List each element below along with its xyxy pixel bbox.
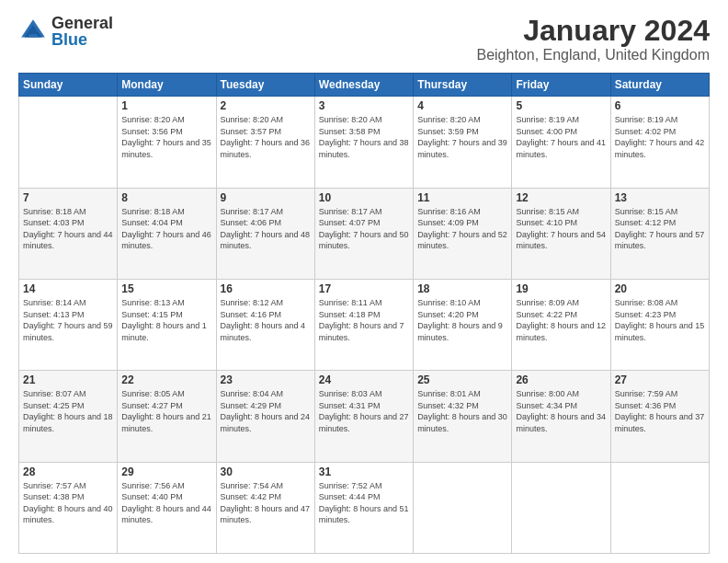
day-number: 7 — [23, 191, 113, 204]
day-info: Sunrise: 8:05 AMSunset: 4:27 PMDaylight:… — [121, 388, 211, 434]
table-row: 9Sunrise: 8:17 AMSunset: 4:06 PMDaylight… — [216, 188, 314, 279]
day-info: Sunrise: 8:19 AMSunset: 4:02 PMDaylight:… — [615, 114, 705, 160]
sunrise-text: Sunrise: 8:18 AM — [121, 206, 211, 218]
sunrise-text: Sunrise: 7:59 AM — [615, 388, 705, 400]
day-number: 2 — [221, 99, 311, 112]
sunset-text: Sunset: 4:00 PM — [516, 126, 606, 138]
day-info: Sunrise: 8:04 AMSunset: 4:29 PMDaylight:… — [221, 388, 311, 434]
day-number: 25 — [417, 373, 507, 386]
day-number: 21 — [23, 373, 113, 386]
table-row: 24Sunrise: 8:03 AMSunset: 4:31 PMDayligh… — [314, 371, 413, 462]
daylight-text: Daylight: 8 hours and 27 minutes. — [319, 411, 409, 434]
sunset-text: Sunset: 4:29 PM — [221, 400, 311, 412]
table-row: 17Sunrise: 8:11 AMSunset: 4:18 PMDayligh… — [314, 279, 413, 370]
day-number: 27 — [615, 373, 705, 386]
table-row — [512, 462, 610, 553]
table-row: 8Sunrise: 8:18 AMSunset: 4:04 PMDaylight… — [118, 188, 216, 279]
header-saturday: Saturday — [610, 74, 709, 97]
sunset-text: Sunset: 3:56 PM — [121, 126, 211, 138]
table-row — [610, 462, 709, 553]
sunset-text: Sunset: 4:06 PM — [221, 217, 311, 229]
table-row: 25Sunrise: 8:01 AMSunset: 4:32 PMDayligh… — [414, 371, 512, 462]
table-row: 14Sunrise: 8:14 AMSunset: 4:13 PMDayligh… — [19, 279, 118, 370]
table-row: 3Sunrise: 8:20 AMSunset: 3:58 PMDaylight… — [314, 97, 413, 188]
day-number: 11 — [417, 191, 507, 204]
day-info: Sunrise: 8:18 AMSunset: 4:03 PMDaylight:… — [23, 206, 113, 252]
day-info: Sunrise: 8:13 AMSunset: 4:15 PMDaylight:… — [121, 297, 211, 343]
table-row: 11Sunrise: 8:16 AMSunset: 4:09 PMDayligh… — [414, 188, 512, 279]
daylight-text: Daylight: 7 hours and 42 minutes. — [615, 137, 705, 160]
day-number: 28 — [23, 465, 113, 478]
daylight-text: Daylight: 8 hours and 44 minutes. — [121, 503, 211, 526]
sunset-text: Sunset: 4:18 PM — [319, 309, 409, 321]
daylight-text: Daylight: 8 hours and 34 minutes. — [516, 411, 606, 434]
page: General Blue January 2024 Beighton, Engl… — [0, 0, 728, 563]
daylight-text: Daylight: 7 hours and 50 minutes. — [319, 229, 409, 252]
sunrise-text: Sunrise: 8:20 AM — [221, 114, 311, 126]
day-info: Sunrise: 7:59 AMSunset: 4:36 PMDaylight:… — [615, 388, 705, 434]
day-info: Sunrise: 8:14 AMSunset: 4:13 PMDaylight:… — [23, 297, 113, 343]
day-number: 4 — [417, 99, 507, 112]
header: General Blue January 2024 Beighton, Engl… — [18, 15, 710, 63]
sunset-text: Sunset: 4:13 PM — [23, 309, 113, 321]
calendar-table: Sunday Monday Tuesday Wednesday Thursday… — [18, 73, 710, 554]
day-number: 9 — [221, 191, 311, 204]
table-row: 23Sunrise: 8:04 AMSunset: 4:29 PMDayligh… — [216, 371, 314, 462]
sunset-text: Sunset: 4:04 PM — [121, 217, 211, 229]
calendar-week-row: 7Sunrise: 8:18 AMSunset: 4:03 PMDaylight… — [19, 188, 710, 279]
header-sunday: Sunday — [19, 74, 118, 97]
day-number: 17 — [319, 282, 409, 295]
day-info: Sunrise: 8:18 AMSunset: 4:04 PMDaylight:… — [121, 206, 211, 252]
table-row: 19Sunrise: 8:09 AMSunset: 4:22 PMDayligh… — [512, 279, 610, 370]
day-number: 5 — [516, 99, 606, 112]
daylight-text: Daylight: 8 hours and 7 minutes. — [319, 320, 409, 343]
table-row: 4Sunrise: 8:20 AMSunset: 3:59 PMDaylight… — [414, 97, 512, 188]
day-number: 31 — [319, 465, 409, 478]
sunrise-text: Sunrise: 8:05 AM — [121, 388, 211, 400]
sunset-text: Sunset: 4:10 PM — [516, 217, 606, 229]
daylight-text: Daylight: 8 hours and 9 minutes. — [417, 320, 507, 343]
table-row: 22Sunrise: 8:05 AMSunset: 4:27 PMDayligh… — [118, 371, 216, 462]
day-number: 24 — [319, 373, 409, 386]
table-row: 12Sunrise: 8:15 AMSunset: 4:10 PMDayligh… — [512, 188, 610, 279]
daylight-text: Daylight: 7 hours and 41 minutes. — [516, 137, 606, 160]
daylight-text: Daylight: 8 hours and 24 minutes. — [221, 411, 311, 434]
day-number: 23 — [221, 373, 311, 386]
sunrise-text: Sunrise: 8:19 AM — [615, 114, 705, 126]
daylight-text: Daylight: 7 hours and 54 minutes. — [516, 229, 606, 252]
sunrise-text: Sunrise: 8:13 AM — [121, 297, 211, 309]
sunset-text: Sunset: 4:42 PM — [221, 491, 311, 503]
sunrise-text: Sunrise: 8:00 AM — [516, 388, 606, 400]
weekday-header-row: Sunday Monday Tuesday Wednesday Thursday… — [19, 74, 710, 97]
sunrise-text: Sunrise: 8:01 AM — [417, 388, 507, 400]
sunset-text: Sunset: 4:20 PM — [417, 309, 507, 321]
table-row — [414, 462, 512, 553]
day-info: Sunrise: 8:11 AMSunset: 4:18 PMDaylight:… — [319, 297, 409, 343]
sunset-text: Sunset: 4:40 PM — [121, 491, 211, 503]
day-number: 13 — [615, 191, 705, 204]
calendar-week-row: 21Sunrise: 8:07 AMSunset: 4:25 PMDayligh… — [19, 371, 710, 462]
day-info: Sunrise: 8:03 AMSunset: 4:31 PMDaylight:… — [319, 388, 409, 434]
calendar-week-row: 14Sunrise: 8:14 AMSunset: 4:13 PMDayligh… — [19, 279, 710, 370]
day-number: 12 — [516, 191, 606, 204]
sunrise-text: Sunrise: 8:20 AM — [121, 114, 211, 126]
header-friday: Friday — [512, 74, 610, 97]
daylight-text: Daylight: 7 hours and 48 minutes. — [221, 229, 311, 252]
sunrise-text: Sunrise: 8:03 AM — [319, 388, 409, 400]
table-row: 30Sunrise: 7:54 AMSunset: 4:42 PMDayligh… — [216, 462, 314, 553]
sunrise-text: Sunrise: 8:11 AM — [319, 297, 409, 309]
day-info: Sunrise: 8:15 AMSunset: 4:10 PMDaylight:… — [516, 206, 606, 252]
sunrise-text: Sunrise: 8:10 AM — [417, 297, 507, 309]
sunset-text: Sunset: 4:12 PM — [615, 217, 705, 229]
day-number: 15 — [121, 282, 211, 295]
day-info: Sunrise: 8:15 AMSunset: 4:12 PMDaylight:… — [615, 206, 705, 252]
sunset-text: Sunset: 4:22 PM — [516, 309, 606, 321]
day-info: Sunrise: 8:16 AMSunset: 4:09 PMDaylight:… — [417, 206, 507, 252]
header-wednesday: Wednesday — [314, 74, 413, 97]
sunset-text: Sunset: 3:57 PM — [221, 126, 311, 138]
day-info: Sunrise: 8:20 AMSunset: 3:56 PMDaylight:… — [121, 114, 211, 160]
table-row — [19, 97, 118, 188]
sunset-text: Sunset: 4:34 PM — [516, 400, 606, 412]
daylight-text: Daylight: 7 hours and 59 minutes. — [23, 320, 113, 343]
sunrise-text: Sunrise: 8:14 AM — [23, 297, 113, 309]
